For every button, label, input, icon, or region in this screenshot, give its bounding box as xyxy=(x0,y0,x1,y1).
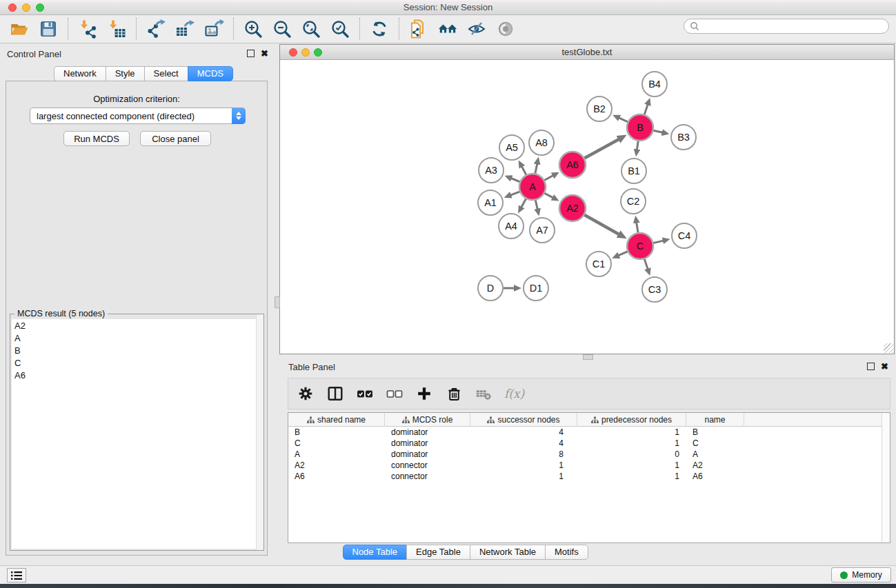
graph-node-A5[interactable]: A5 xyxy=(499,135,524,160)
tab-network-table[interactable]: Network Table xyxy=(470,545,546,560)
column-header[interactable]: predecessor nodes xyxy=(577,413,686,427)
run-mcds-button[interactable]: Run MCDS xyxy=(63,131,130,146)
table-settings-button[interactable] xyxy=(295,383,316,404)
table-cell[interactable]: 0 xyxy=(577,449,686,460)
graph-node-B4[interactable]: B4 xyxy=(642,72,667,97)
create-column-button[interactable] xyxy=(414,383,435,404)
import-table-button[interactable] xyxy=(107,19,126,39)
zoom-selected-button[interactable] xyxy=(330,19,350,39)
table-cell[interactable]: A6 xyxy=(686,471,744,482)
table-row[interactable]: A2connector11A2 xyxy=(288,460,890,471)
clone-network-button[interactable] xyxy=(409,19,428,39)
table-cell[interactable]: 1 xyxy=(577,427,686,438)
close-window-button[interactable] xyxy=(8,3,17,12)
show-columns-button[interactable] xyxy=(325,383,346,404)
graph-node-A8[interactable]: A8 xyxy=(529,130,554,155)
table-cell[interactable]: 1 xyxy=(577,460,686,471)
table-row[interactable]: Cdominator41C xyxy=(288,438,890,449)
close-panel-button[interactable]: Close panel xyxy=(140,131,211,146)
tab-mcds[interactable]: MCDS xyxy=(188,66,233,81)
table-cell[interactable]: connector xyxy=(385,471,470,482)
table-row[interactable]: Adominator80A xyxy=(288,449,890,460)
table-cell[interactable]: 1 xyxy=(577,471,686,482)
column-header[interactable]: name xyxy=(686,413,744,427)
window-resize-grip[interactable] xyxy=(884,343,893,353)
graph-node-A3[interactable]: A3 xyxy=(479,158,504,183)
table-cell[interactable]: dominator xyxy=(385,449,470,460)
show-graphics-details-button[interactable] xyxy=(496,19,515,39)
table-cell[interactable]: A6 xyxy=(288,471,385,482)
graph-node-C3[interactable]: C3 xyxy=(642,277,667,302)
graph-node-C4[interactable]: C4 xyxy=(672,223,697,248)
import-network-button[interactable] xyxy=(78,19,97,39)
save-session-button[interactable] xyxy=(39,19,58,39)
tab-node-table[interactable]: Node Table xyxy=(343,545,408,560)
table-panel-close-button[interactable]: ✖ xyxy=(881,363,888,370)
graph-node-A2[interactable]: A2 xyxy=(559,195,586,221)
table-cell[interactable]: A xyxy=(288,449,385,460)
refresh-view-button[interactable] xyxy=(370,19,389,39)
result-scrollbar[interactable] xyxy=(256,314,263,550)
table-cell[interactable]: 4 xyxy=(470,438,577,449)
table-cell[interactable]: A2 xyxy=(288,460,385,471)
export-table-button[interactable] xyxy=(175,19,195,39)
result-item[interactable]: A2 xyxy=(12,319,262,332)
graph-node-D[interactable]: D xyxy=(478,276,503,301)
network-maximize-button[interactable] xyxy=(314,48,322,57)
graph-node-A1[interactable]: A1 xyxy=(478,190,503,215)
graph-node-A6[interactable]: A6 xyxy=(559,152,586,178)
graph-node-B1[interactable]: B1 xyxy=(621,159,646,183)
table-cell[interactable]: dominator xyxy=(385,427,470,438)
network-window-titlebar[interactable]: testGlobe.txt xyxy=(280,45,894,60)
export-image-button[interactable] xyxy=(204,19,223,39)
table-cell[interactable]: C xyxy=(686,438,744,449)
home-button[interactable] xyxy=(438,19,457,39)
table-cell[interactable]: 1 xyxy=(577,438,686,449)
network-minimize-button[interactable] xyxy=(301,48,310,57)
select-all-columns-button[interactable] xyxy=(355,383,375,404)
tab-edge-table[interactable]: Edge Table xyxy=(406,545,470,560)
control-panel-float-button[interactable] xyxy=(247,50,255,57)
graph-node-C1[interactable]: C1 xyxy=(586,252,611,276)
network-graph-canvas[interactable]: B4B2BB3A5A8A6A3B1AA1C2A2A4A7C4CC1C3DD1 xyxy=(280,60,894,354)
vertical-split-handle[interactable] xyxy=(275,296,280,308)
column-header[interactable]: successor nodes xyxy=(470,413,577,427)
graph-node-A[interactable]: A xyxy=(519,174,546,200)
table-scrollbar[interactable] xyxy=(882,413,890,543)
result-item[interactable]: B xyxy=(12,344,262,356)
table-cell[interactable]: dominator xyxy=(385,438,470,449)
task-history-button[interactable] xyxy=(7,568,26,582)
tab-network[interactable]: Network xyxy=(54,66,106,81)
column-header[interactable]: shared name xyxy=(288,413,385,427)
tab-select[interactable]: Select xyxy=(144,66,188,81)
hide-graphics-details-button[interactable] xyxy=(467,19,486,39)
result-item[interactable]: A6 xyxy=(12,369,262,381)
table-cell[interactable]: B xyxy=(288,427,385,438)
graph-node-A4[interactable]: A4 xyxy=(499,214,524,239)
zoom-in-button[interactable] xyxy=(243,19,263,39)
table-panel-float-button[interactable] xyxy=(867,363,875,370)
graph-node-D1[interactable]: D1 xyxy=(524,276,548,301)
table-cell[interactable]: 4 xyxy=(470,427,577,438)
result-item[interactable]: A xyxy=(12,332,262,344)
table-row[interactable]: A6connector11A6 xyxy=(288,471,890,482)
table-cell[interactable]: B xyxy=(686,427,744,438)
control-panel-close-button[interactable]: ✖ xyxy=(261,50,268,57)
open-session-button[interactable] xyxy=(10,19,29,39)
zoom-out-button[interactable] xyxy=(272,19,292,39)
search-field[interactable] xyxy=(684,19,889,34)
graph-node-A7[interactable]: A7 xyxy=(530,218,555,243)
graph-node-C2[interactable]: C2 xyxy=(621,189,646,214)
search-input[interactable] xyxy=(699,20,883,32)
delete-columns-button[interactable] xyxy=(444,383,464,404)
table-cell[interactable]: A xyxy=(686,449,744,460)
table-cell[interactable]: C xyxy=(288,438,385,449)
unselect-all-columns-button[interactable] xyxy=(384,383,405,404)
minimize-window-button[interactable] xyxy=(22,3,30,12)
memory-button[interactable]: Memory xyxy=(831,567,891,582)
table-cell[interactable]: 1 xyxy=(470,471,577,482)
graph-node-B2[interactable]: B2 xyxy=(587,97,612,121)
result-item[interactable]: C xyxy=(12,356,262,369)
table-cell[interactable]: 8 xyxy=(470,449,577,460)
horizontal-split-handle[interactable] xyxy=(583,354,593,360)
